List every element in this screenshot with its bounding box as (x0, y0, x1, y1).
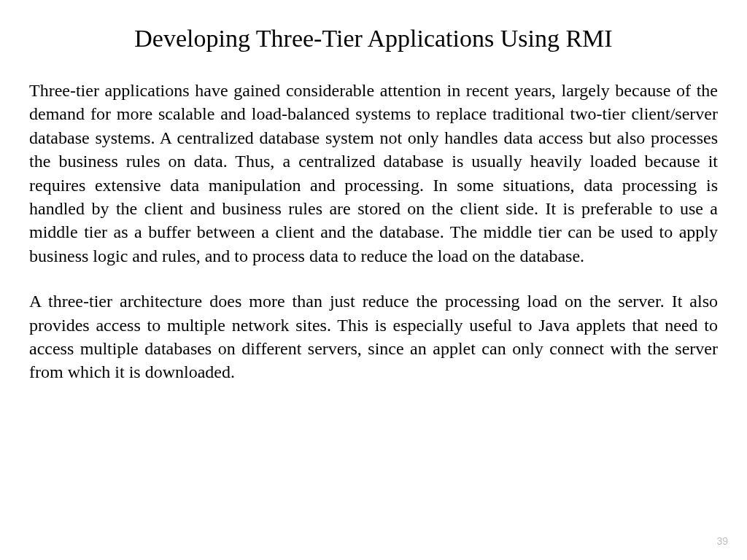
page-number: 39 (716, 535, 728, 547)
paragraph-2: A three-tier architecture does more than… (29, 289, 718, 384)
slide-container: Developing Three-Tier Applications Using… (0, 0, 747, 560)
slide-title: Developing Three-Tier Applications Using… (29, 25, 718, 52)
slide-body: Three-tier applications have gained cons… (29, 79, 718, 384)
paragraph-1: Three-tier applications have gained cons… (29, 79, 718, 268)
